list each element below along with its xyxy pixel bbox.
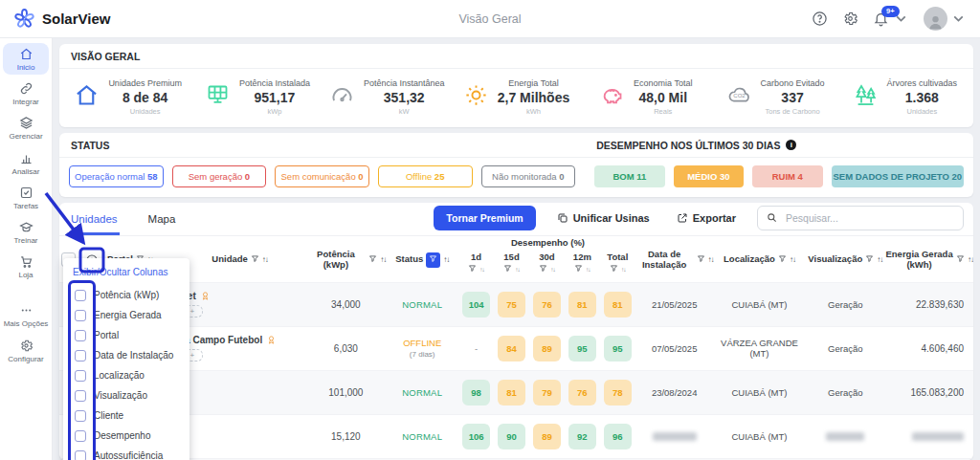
help-icon[interactable] — [812, 11, 828, 27]
performance-filter-badge[interactable]: BOM 11 — [594, 165, 664, 187]
sort-icon[interactable]: ↑↓ — [262, 255, 268, 264]
checkbox[interactable] — [75, 450, 86, 460]
filter-funnel-icon[interactable] — [503, 264, 512, 275]
sidebar-item-treinar[interactable]: Treinar — [3, 216, 49, 248]
energy-generated: 22.839,630 — [885, 299, 973, 310]
energy-generated: 165.083,200 — [885, 387, 973, 398]
column-toggle-item[interactable]: Potência (kWp) — [63, 285, 189, 305]
filter-funnel-icon[interactable] — [865, 254, 874, 266]
column-toggle-item[interactable]: Autossuficiência — [63, 446, 189, 460]
filter-funnel-icon[interactable] — [468, 264, 477, 275]
table-row[interactable]: 15,120 NORMAL 10690899296 CUIABÁ (MT) — [59, 414, 973, 458]
column-toggle-label: Cliente — [94, 410, 123, 421]
filter-funnel-icon[interactable] — [574, 264, 583, 275]
stat-value: 951,17 — [239, 90, 310, 106]
checkbox[interactable] — [75, 370, 86, 382]
tab-unidades[interactable]: Unidades — [69, 205, 120, 235]
user-menu[interactable] — [924, 7, 967, 31]
table-row[interactable]: net + 34,000 NORMAL 10475768181 21/05/20… — [59, 282, 973, 326]
sidebar-item-mais-opcoes[interactable]: Mais Opções — [3, 299, 49, 331]
status-filter-badge[interactable]: Sem comunicação 0 — [275, 165, 369, 187]
export-button[interactable]: Exportar — [671, 211, 742, 225]
sidebar-item-label: Gerenciar — [9, 132, 42, 141]
checkbox[interactable] — [75, 430, 86, 442]
search-icon — [767, 212, 777, 223]
checkbox[interactable] — [75, 390, 86, 402]
status-value: NORMAL — [386, 387, 458, 398]
sidebar-item-tarefas[interactable]: Tarefas — [3, 182, 49, 213]
sort-icon[interactable]: ↑↓ — [877, 255, 882, 264]
performance-chip: 95 — [568, 336, 596, 361]
performance-filter-badge[interactable]: RUIM 4 — [752, 165, 822, 187]
sort-icon[interactable]: ↑↓ — [968, 255, 973, 264]
search-input[interactable] — [784, 211, 954, 225]
column-toggle-label: Portal — [94, 330, 119, 340]
columns-menu: Exibir/Ocultar Colunas Potência (kWp) En… — [63, 258, 189, 460]
column-toggle-item[interactable]: Desempenho — [63, 426, 189, 446]
filter-funnel-icon[interactable] — [610, 264, 618, 275]
brand-name: SolarView — [42, 11, 110, 27]
status-filter-badge[interactable]: Não monitorada 0 — [481, 165, 576, 187]
tab-mapa[interactable]: Mapa — [146, 205, 178, 235]
col-perf-label: 15d — [503, 252, 519, 263]
status-filter-badge[interactable]: Offline 25 — [378, 165, 473, 187]
filter-funnel-icon[interactable] — [697, 254, 705, 266]
sidebar-item-inicio[interactable]: Inicio — [3, 43, 49, 75]
performance-filter-badge[interactable]: SEM DADOS DE PROJETO 20 — [832, 165, 964, 187]
performance-title: DESEMPENHO NOS ÚLTIMOS 30 DIAS — [596, 140, 780, 151]
performance-chip: 92 — [568, 424, 596, 449]
checkbox[interactable] — [75, 350, 86, 361]
checkbox[interactable] — [75, 310, 86, 321]
sidebar-item-gerenciar[interactable]: Gerenciar — [3, 112, 49, 143]
filter-funnel-icon[interactable] — [778, 254, 787, 266]
checkbox[interactable] — [75, 290, 86, 301]
sort-icon[interactable]: ↑↓ — [515, 266, 520, 273]
sort-icon[interactable]: ↑↓ — [790, 255, 795, 264]
location: CUIABÁ (MT) — [714, 387, 806, 398]
filter-funnel-icon[interactable] — [426, 252, 440, 268]
sidebar-item-configurar[interactable]: Configurar — [3, 335, 49, 366]
sort-icon[interactable]: ↑↓ — [586, 266, 590, 273]
sort-icon[interactable]: ↑↓ — [479, 266, 484, 273]
sort-icon[interactable]: ↑↓ — [443, 255, 449, 264]
unify-plants-button[interactable]: Unificar Usinas — [551, 211, 656, 225]
sort-icon[interactable]: ↑↓ — [550, 266, 555, 273]
sidebar-item-integrar[interactable]: Integrar — [3, 77, 49, 109]
settings-gear-icon[interactable] — [842, 11, 858, 27]
checkbox[interactable] — [75, 410, 86, 422]
column-toggle-item[interactable]: Visualização — [63, 385, 189, 405]
sidebar-item-loja[interactable]: Loja — [3, 251, 49, 282]
premium-button[interactable]: Tornar Premium — [434, 206, 535, 230]
stat-label: Economia Total — [634, 78, 692, 89]
performance-chip: 81 — [568, 292, 596, 318]
checkbox[interactable] — [75, 330, 86, 341]
stat-unit: Unidades — [887, 107, 958, 116]
filter-funnel-icon[interactable] — [539, 264, 547, 275]
sort-icon[interactable]: ↑↓ — [621, 266, 626, 273]
sidebar-item-label: Analisar — [12, 167, 40, 176]
table-row[interactable]: ta Campo Futebol + 6,030 OFFLINE(7 dias)… — [59, 326, 973, 370]
filter-funnel-icon[interactable] — [251, 254, 259, 266]
column-toggle-item[interactable]: Energia Gerada — [63, 305, 189, 325]
columns-menu-title[interactable]: Exibir/Ocultar Colunas — [63, 264, 189, 285]
col-status-label: Status — [395, 254, 423, 265]
info-icon[interactable]: i — [786, 140, 796, 150]
table-row[interactable]: 101,000 NORMAL 9881797678 23/08/2024 CUI… — [59, 370, 973, 414]
sidebar-item-analisar[interactable]: Analisar — [3, 147, 49, 179]
stat-label: Energia Total — [498, 78, 569, 89]
filter-funnel-icon[interactable] — [956, 254, 965, 266]
column-toggle-item[interactable]: Cliente — [63, 405, 189, 426]
status-filter-badge[interactable]: Operação normal 58 — [69, 165, 164, 187]
filter-funnel-icon[interactable] — [368, 254, 377, 266]
column-toggle-item[interactable]: Localização — [63, 365, 189, 385]
column-toggle-item[interactable]: Portal — [63, 325, 189, 345]
sidebar-item-label: Inicio — [17, 63, 35, 72]
view-type: Geração — [805, 343, 885, 354]
column-toggle-item[interactable]: Data de Instalação — [63, 345, 189, 365]
status-filter-badge[interactable]: Sem geração 0 — [172, 165, 267, 187]
unit-name[interactable]: ta Campo Futebol — [182, 335, 277, 345]
brand-logo[interactable]: SolarView — [13, 8, 110, 30]
bar-chart-icon — [19, 151, 33, 165]
performance-filter-badge[interactable]: MÉDIO 30 — [674, 165, 744, 187]
layers-icon — [19, 116, 33, 130]
